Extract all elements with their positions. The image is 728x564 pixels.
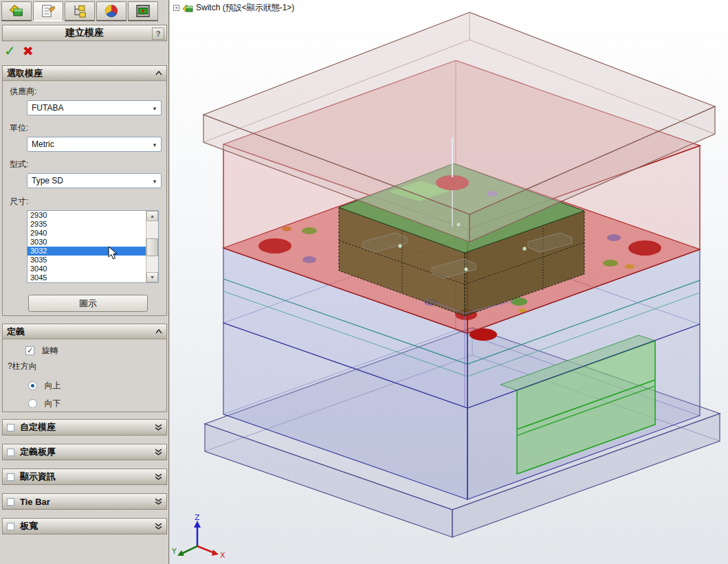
list-item[interactable]: 3045 xyxy=(27,273,146,282)
chevron-down-icon: ▼ xyxy=(152,142,157,148)
manager-tabs xyxy=(1,1,158,22)
feature-manager-tab[interactable] xyxy=(1,1,32,21)
tree-expander[interactable]: + xyxy=(173,5,179,11)
feature-tree-root[interactable]: + Switch (預設<顯示狀態-1>) xyxy=(173,2,294,14)
section-label: 定義板厚 xyxy=(20,446,56,458)
section-label: 自定模座 xyxy=(20,421,56,433)
mouse-cursor xyxy=(108,246,119,261)
panel-title-bar: 建立模座 ? xyxy=(2,25,167,41)
configurations-icon xyxy=(72,3,87,19)
ok-button[interactable]: ✓ xyxy=(4,43,16,59)
triad-x-label: X xyxy=(220,551,225,560)
rotate-checkbox[interactable]: ✓ xyxy=(25,346,34,355)
scroll-down-button[interactable]: ▼ xyxy=(146,272,158,282)
unit-value: Metric xyxy=(32,139,54,149)
graphics-viewport[interactable]: Z Y X + Switch (預設<顯示狀態-1>) xyxy=(170,0,728,564)
list-item[interactable]: 3035 xyxy=(27,256,146,264)
chevron-double-down-icon xyxy=(155,498,162,506)
custom-tab-icon xyxy=(135,3,151,19)
plate-thickness-checkbox[interactable] xyxy=(7,449,14,456)
section-title: 定義 xyxy=(7,326,25,338)
orientation-triad: Z Y X xyxy=(171,513,225,560)
define-header[interactable]: 定義 xyxy=(3,324,166,339)
property-manager-tab[interactable] xyxy=(33,1,63,21)
pin-direction-label: ?柱方向 xyxy=(8,361,37,372)
list-item[interactable]: 3040 xyxy=(27,264,146,273)
unit-select[interactable]: Metric ▼ xyxy=(27,137,162,152)
part-icon xyxy=(182,3,193,13)
list-item[interactable]: 2930 xyxy=(27,211,146,220)
list-item-selected[interactable]: 3032 xyxy=(27,247,146,256)
chevron-double-down-icon xyxy=(155,473,162,481)
supplier-select[interactable]: FUTABA ▼ xyxy=(27,100,162,115)
chevron-up-icon xyxy=(155,71,162,76)
select-moldbase-header[interactable]: 選取模座 xyxy=(3,66,166,81)
section-plate-width[interactable]: 板寬 xyxy=(2,518,167,534)
property-manager-panel: 建立模座 ? ✓ ✖ 選取模座 供應商: FUTABA ▼ 單位: Metric… xyxy=(0,0,169,564)
triad-z-label: Z xyxy=(195,513,200,522)
scroll-thumb[interactable] xyxy=(146,238,158,256)
type-value: Type SD xyxy=(32,176,63,185)
section-tie-bar[interactable]: Tie Bar xyxy=(2,493,167,510)
direction-down-row[interactable]: 向下 xyxy=(28,397,60,409)
moldbase-3d-model: Z Y X xyxy=(170,0,728,564)
page-title: 建立模座 xyxy=(65,27,104,39)
rotate-label: 旋轉 xyxy=(41,346,58,355)
unit-label: 單位: xyxy=(10,122,28,134)
supplier-value: FUTABA xyxy=(32,103,63,113)
color-wheel-icon xyxy=(104,3,119,19)
size-label: 尺寸: xyxy=(10,196,28,207)
chevron-up-icon xyxy=(155,329,162,334)
help-button[interactable]: ? xyxy=(152,27,164,40)
chevron-down-icon: ▼ xyxy=(152,106,157,112)
direction-up-label: 向上 xyxy=(44,381,60,390)
size-list-scrollbar[interactable]: ▲ ▼ xyxy=(146,211,158,282)
display-info-checkbox[interactable] xyxy=(7,473,14,481)
chevron-double-down-icon xyxy=(155,523,162,530)
cancel-button[interactable]: ✖ xyxy=(23,43,34,59)
chevron-down-icon: ▼ xyxy=(152,179,157,185)
custom-manager-tab[interactable] xyxy=(128,1,158,21)
tree-item-label[interactable]: Switch (預設<顯示狀態-1>) xyxy=(196,2,294,14)
direction-up-row[interactable]: 向上 xyxy=(28,379,60,392)
scroll-up-button[interactable]: ▲ xyxy=(146,211,158,221)
section-label: 顯示資訊 xyxy=(20,471,56,483)
type-label: 型式: xyxy=(10,159,28,170)
configuration-manager-tab[interactable] xyxy=(65,1,95,21)
feature-tree-icon xyxy=(9,3,24,19)
direction-down-radio[interactable] xyxy=(28,399,37,408)
triad-y-label: Y xyxy=(171,547,177,556)
size-listbox[interactable]: 2930 2935 2940 3030 3032 3035 3040 3045 … xyxy=(27,210,159,283)
select-moldbase-group: 選取模座 供應商: FUTABA ▼ 單位: Metric ▼ 型式: Type… xyxy=(2,65,167,316)
confirm-row: ✓ ✖ xyxy=(4,43,34,59)
property-manager-icon xyxy=(41,3,56,19)
direction-up-radio[interactable] xyxy=(28,381,37,390)
section-define-plate-thickness[interactable]: 定義板厚 xyxy=(2,444,167,460)
custom-moldbase-checkbox[interactable] xyxy=(7,424,14,431)
define-group: 定義 ✓ 旋轉 ?柱方向 向上 向下 xyxy=(2,324,167,412)
section-title: 選取模座 xyxy=(7,67,43,80)
chevron-double-down-icon xyxy=(155,449,162,456)
section-label: 板寬 xyxy=(20,520,38,532)
rotate-checkbox-row[interactable]: ✓ 旋轉 xyxy=(25,344,58,357)
plate-width-checkbox[interactable] xyxy=(7,523,14,530)
supplier-label: 供應商: xyxy=(10,86,36,98)
list-item[interactable]: 2935 xyxy=(27,220,146,229)
section-custom-moldbase[interactable]: 自定模座 xyxy=(2,419,167,436)
section-label: Tie Bar xyxy=(20,497,50,507)
section-display-info[interactable]: 顯示資訊 xyxy=(2,469,167,485)
list-item[interactable]: 3030 xyxy=(27,238,146,247)
display-manager-tab[interactable] xyxy=(96,1,126,21)
show-image-button[interactable]: 圖示 xyxy=(28,295,148,312)
tie-bar-checkbox[interactable] xyxy=(7,498,14,506)
chevron-double-down-icon xyxy=(155,424,162,431)
list-item[interactable]: 2940 xyxy=(27,229,146,238)
direction-down-label: 向下 xyxy=(44,398,60,408)
type-select[interactable]: Type SD ▼ xyxy=(27,173,162,188)
show-image-button-label: 圖示 xyxy=(79,297,97,310)
